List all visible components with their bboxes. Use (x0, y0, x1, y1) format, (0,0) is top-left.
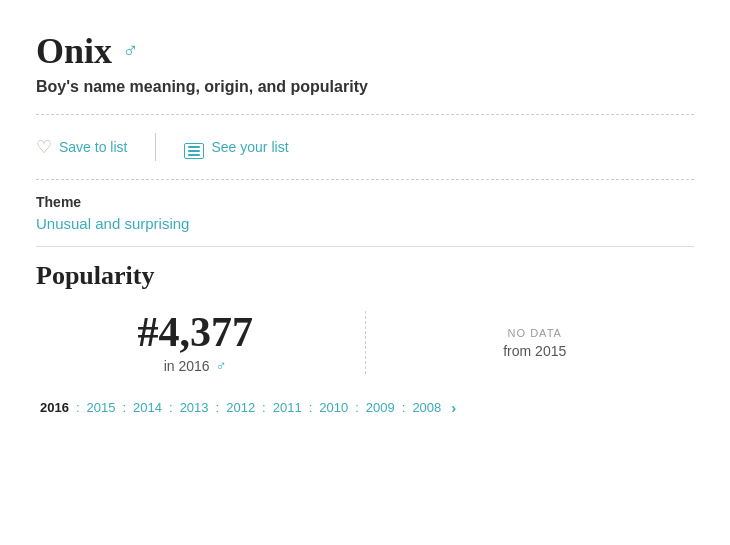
name-title: Onix (36, 30, 112, 72)
year-nav-item-2016: 2016 (36, 398, 73, 417)
popularity-year-row: in 2016 ♂ (164, 357, 227, 374)
no-data-year: from 2015 (503, 343, 566, 359)
actions-row: ♡ Save to list See your list (36, 129, 694, 165)
year-nav-next-arrow[interactable]: › (451, 399, 456, 416)
theme-value[interactable]: Unusual and surprising (36, 215, 694, 232)
see-your-list-label: See your list (211, 139, 288, 155)
page-subtitle: Boy's name meaning, origin, and populari… (36, 78, 694, 96)
year-nav-item-2011[interactable]: 2011 (269, 398, 306, 417)
popularity-boy-icon: ♂ (216, 357, 227, 374)
see-your-list-button[interactable]: See your list (184, 129, 288, 165)
popularity-section: Popularity #4,377 in 2016 ♂ NO DATA from… (36, 261, 694, 417)
year-separator: : (169, 400, 173, 415)
year-separator: : (262, 400, 266, 415)
name-header: Onix ♂ (36, 30, 694, 72)
year-nav-item-2013[interactable]: 2013 (176, 398, 213, 417)
year-separator: : (355, 400, 359, 415)
list-line-3 (188, 154, 200, 156)
no-data-label: NO DATA (508, 327, 562, 339)
middle-divider (36, 179, 694, 180)
year-nav-item-2010[interactable]: 2010 (315, 398, 352, 417)
year-nav-item-2008[interactable]: 2008 (408, 398, 445, 417)
year-nav-item-2012[interactable]: 2012 (222, 398, 259, 417)
popularity-year: in 2016 (164, 358, 210, 374)
popularity-title: Popularity (36, 261, 694, 291)
top-divider (36, 114, 694, 115)
theme-section: Theme Unusual and surprising (36, 194, 694, 232)
list-line-2 (188, 150, 200, 152)
list-icon (184, 135, 204, 159)
list-icon-box (184, 143, 204, 159)
year-separator: : (216, 400, 220, 415)
year-separator: : (309, 400, 313, 415)
save-to-list-label: Save to list (59, 139, 127, 155)
year-separator: : (402, 400, 406, 415)
theme-label: Theme (36, 194, 694, 210)
year-navigation: 2016 : 2015 : 2014 : 2013 : 2012 : 2011 … (36, 398, 694, 417)
year-separator: : (122, 400, 126, 415)
gender-icon: ♂ (122, 38, 139, 64)
popularity-nodata: NO DATA from 2015 (366, 327, 695, 359)
year-nav-item-2014[interactable]: 2014 (129, 398, 166, 417)
year-nav-item-2009[interactable]: 2009 (362, 398, 399, 417)
popularity-rank: #4,377 (138, 311, 254, 353)
heart-icon: ♡ (36, 136, 52, 158)
theme-divider (36, 246, 694, 247)
list-line-1 (188, 146, 200, 148)
action-divider (155, 133, 156, 161)
popularity-data-row: #4,377 in 2016 ♂ NO DATA from 2015 (36, 311, 694, 374)
year-separator: : (76, 400, 80, 415)
save-to-list-button[interactable]: ♡ Save to list (36, 130, 127, 164)
year-nav-item-2015[interactable]: 2015 (83, 398, 120, 417)
popularity-main: #4,377 in 2016 ♂ (36, 311, 366, 374)
